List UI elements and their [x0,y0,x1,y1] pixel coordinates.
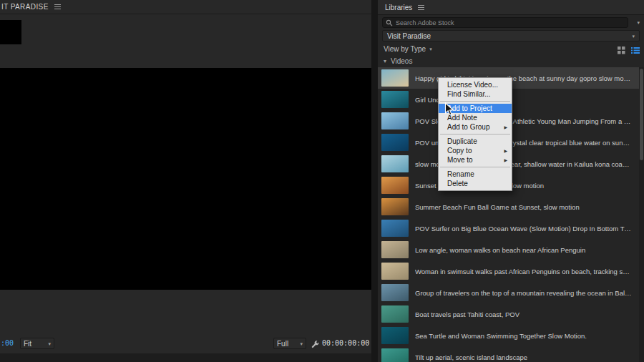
context-menu-item[interactable]: License Video... ▶ [439,80,512,89]
search-box[interactable] [382,17,628,28]
disclosure-triangle-icon: ▾ [384,59,386,64]
context-menu: License Video... ▶ Find Similar... ▶ Add… [438,77,512,191]
video-thumbnail [381,263,409,280]
context-menu-item[interactable]: Move to ▶ [439,155,512,165]
video-thumbnail [381,112,409,129]
current-timecode[interactable]: :00 [1,339,14,347]
menu-separator [440,101,510,102]
menu-item-label: Delete [447,179,468,188]
panel-tab-label[interactable]: IT PARADISE [0,3,49,11]
libraries-tab-label[interactable]: Libraries [378,4,412,11]
search-icon [386,16,393,29]
video-title: Woman in swimsuit walks past African Pen… [415,268,639,275]
video-title: Group of travelers on the top of a mount… [415,289,639,297]
context-menu-item[interactable]: Add to Group ▶ [439,122,512,132]
libraries-header: Libraries [378,0,644,15]
video-thumbnail [381,305,409,323]
search-input[interactable] [396,19,625,26]
video-thumbnail [381,348,409,362]
menu-item-label: Add to Project [447,104,492,113]
view-by-label: View by Type [384,45,426,53]
menu-item-label: Add to Group [447,122,489,132]
context-menu-item[interactable]: Add Note ▶ [439,113,512,122]
video-list-item[interactable]: Group of travelers on the top of a mount… [378,282,639,303]
chevron-down-icon: ▾ [300,341,303,346]
context-menu-item[interactable]: Copy to ▶ [439,146,512,155]
menu-item-label: Add Note [447,113,477,122]
context-menu-item[interactable]: Delete ▶ [439,179,512,188]
context-menu-item[interactable]: Duplicate ▶ [439,137,512,146]
menu-item-label: Move to [447,155,473,165]
video-preview-fragment [0,20,21,44]
view-by-dropdown[interactable]: View by Type ▾ [378,45,432,53]
video-list-item[interactable]: POV Surfer on Big Blue Ocean Wave (Slow … [378,217,639,239]
context-menu-item[interactable]: Rename ▶ [439,170,512,179]
video-list-item[interactable]: Low angle, woman walks on beach near Afr… [378,239,639,260]
menu-separator [440,167,510,167]
video-thumbnail [381,327,409,344]
panel-tab-bar: IT PARADISE [0,0,371,14]
video-title: POV Surfer on Big Blue Ocean Wave (Slow … [415,225,639,233]
video-thumbnail [381,177,409,194]
video-thumbnail [381,91,409,108]
application-window: IT PARADISE :00 Fit ▾ Full ▾ 00:00:00:00 [0,0,644,362]
panel-menu-icon[interactable] [54,3,61,11]
video-list-item[interactable]: Tilt up aerial, scenic island landscape [378,346,639,362]
menu-item-label: Duplicate [447,137,477,146]
video-thumbnail [381,155,409,172]
chevron-down-icon[interactable]: ▾ [637,20,640,25]
video-title: Low angle, woman walks on beach near Afr… [415,246,639,254]
menu-separator [440,134,510,134]
video-list-item[interactable]: Boat travels past Tahiti coast, POV [378,303,639,325]
video-thumbnail [381,134,409,151]
menu-item-label: Copy to [447,146,472,155]
panel-menu-icon[interactable] [418,4,424,11]
video-list-item[interactable]: Sea Turtle and Woman Swimming Together S… [378,325,639,346]
video-thumbnail [381,69,409,87]
program-monitor-panel: IT PARADISE :00 Fit ▾ Full ▾ 00:00:00:00 [0,0,371,362]
settings-wrench-icon[interactable] [311,339,320,348]
scrollbar-thumb[interactable] [640,69,643,160]
submenu-arrow-icon: ▶ [504,149,507,153]
zoom-level-dropdown[interactable]: Fit ▾ [20,338,54,349]
video-thumbnail [381,284,409,301]
zoom-level-value: Fit [24,340,31,348]
scrollbar-track[interactable] [639,67,644,362]
view-options-row: View by Type ▾ [378,43,644,55]
video-list-item[interactable]: Summer Beach Fun Ball Game at Sunset, sl… [378,196,639,217]
monitor-controls-bar: :00 Fit ▾ Full ▾ 00:00:00:00 [0,335,371,353]
context-menu-item[interactable]: Find Similar... ▶ [439,89,512,99]
playback-resolution-dropdown[interactable]: Full ▾ [273,338,306,349]
playback-resolution-value: Full [277,340,288,348]
videos-section-header[interactable]: ▾ Videos [378,56,644,67]
submenu-arrow-icon: ▶ [504,158,507,162]
panel-bottom-strip [0,353,371,362]
duration-timecode: 00:00:00:00 [322,339,369,347]
menu-item-label: Find Similar... [447,89,491,99]
video-thumbnail [381,241,409,258]
chevron-down-icon: ▾ [48,341,51,346]
menu-item-label: License Video... [447,80,498,89]
video-thumbnail [381,220,409,237]
panel-divider[interactable] [371,0,378,362]
video-thumbnail [381,198,409,215]
library-name: Visit Paradise [387,32,431,40]
video-title: Sea Turtle and Woman Swimming Together S… [415,332,639,340]
library-selector-dropdown[interactable]: Visit Paradise ▾ [382,30,640,41]
videos-section-label: Videos [391,57,412,65]
submenu-arrow-icon: ▶ [504,125,507,129]
video-list-item[interactable]: Woman in swimsuit walks past African Pen… [378,260,639,282]
chevron-down-icon: ▾ [632,34,635,39]
search-row: ▾ [378,17,644,29]
menu-item-label: Rename [447,170,474,179]
context-menu-item[interactable]: Add to Project ▶ [439,104,512,113]
program-monitor-viewport [0,68,371,290]
video-title: Tilt up aerial, scenic island landscape [415,353,639,361]
chevron-down-icon: ▾ [429,47,432,52]
video-title: Boat travels past Tahiti coast, POV [415,310,639,318]
video-title: Summer Beach Fun Ball Game at Sunset, sl… [415,203,639,211]
